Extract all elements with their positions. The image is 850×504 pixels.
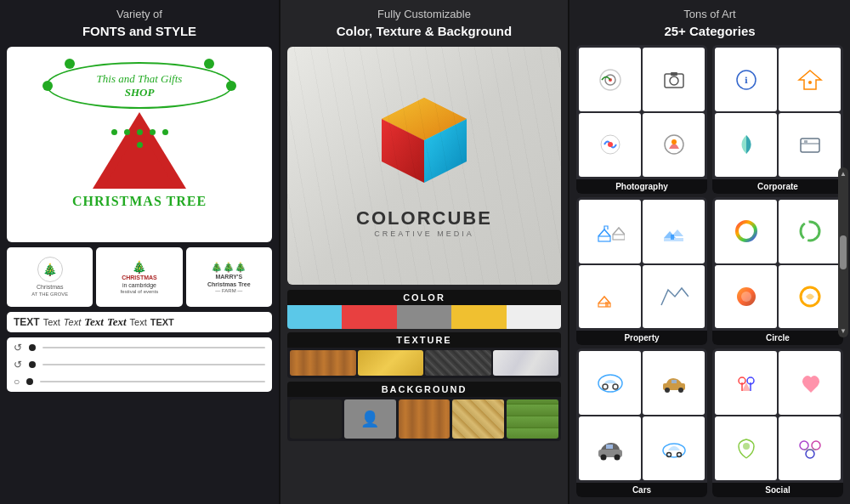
svg-rect-37 [801,139,819,152]
svg-point-32 [666,452,671,456]
circle-icons [712,197,843,331]
cars-icon-1 [579,351,641,415]
tree-dot [150,129,156,135]
svg-rect-17 [671,235,674,240]
tree-dot [137,142,143,148]
tree-dots [110,129,169,148]
tree-dot [162,129,168,135]
svg-point-21 [603,384,608,389]
scrollbar[interactable]: ▲ ▼ [838,167,848,337]
logo1-inner: 🎄 ChristmasAT THE GROVE [28,247,71,307]
cube-wrapper [369,93,479,199]
swatch-white[interactable] [507,305,561,329]
cars-label: Cars [576,483,707,497]
property-icon-4 [643,265,705,329]
brand-name: COLORCUBE [356,207,492,229]
bg-dark[interactable] [290,399,342,439]
svg-point-51 [812,441,820,450]
svg-rect-15 [613,235,625,240]
fonts-preview-box: This and That Gifts SHOP ★ CHRIS [7,47,272,242]
rotate-icon-1: ↺ [14,342,22,354]
cars-icons [576,348,707,483]
texture-fiber[interactable] [425,350,491,376]
text-style-thin: Text [130,317,147,327]
swatch-blue[interactable] [287,305,342,329]
svg-point-29 [614,454,620,460]
slider-row-2: ↺ [14,359,265,371]
tree-dot [137,129,143,135]
photography-label: Photography [576,179,707,194]
cat-column-left: Photography [576,45,707,497]
cat-social[interactable]: Social [712,348,843,497]
cat-column-right: ℹ Corporate [712,45,843,497]
slider-track-3[interactable] [40,381,265,382]
christmas-tree-label: CHRISTMAS TREE [72,194,207,209]
color-label: COLOR [287,290,561,305]
bg-grain[interactable] [452,399,504,439]
svg-rect-9 [671,72,677,76]
color-cube-box: COLORCUBE CREATIVE MEDIA [287,47,561,285]
circle-icon: ○ [14,376,20,388]
texture-marble[interactable] [493,350,559,376]
texture-gold[interactable] [358,350,424,376]
texture-swatches [287,348,561,378]
photo-icon-4 [643,113,705,177]
cars-icon-3 [579,416,641,480]
left-title-line1: Variety of [116,7,162,22]
svg-point-25 [678,388,683,393]
scroll-down-arrow[interactable]: ▼ [840,327,847,335]
cat-photography[interactable]: Photography [576,45,707,194]
swatch-red[interactable] [342,305,396,329]
swatch-gray[interactable] [397,305,451,329]
slider-track-2[interactable] [42,364,265,365]
rotate-icon-2: ↺ [14,359,22,371]
svg-point-43 [741,292,751,302]
right-title-line1: Tons of Art [683,7,735,22]
bg-bamboo[interactable] [507,399,558,439]
svg-point-52 [806,450,814,458]
small-logos-row: 🎄 ChristmasAT THE GROVE 🎄 CHRISTMASin ca… [7,247,272,307]
svg-rect-19 [605,302,609,307]
svg-rect-14 [598,236,610,241]
scrollbar-thumb[interactable] [840,235,847,269]
social-icons [712,348,843,483]
color-swatches[interactable] [287,305,561,329]
scroll-up-arrow[interactable]: ▲ [840,170,847,178]
circle-icon-4 [779,265,841,329]
logo-box-1: 🎄 ChristmasAT THE GROVE [7,247,93,307]
main-container: Variety of FONTS and STYLE This and That… [0,0,850,504]
background-label: BACKGROUND [287,382,561,397]
property-icon-3 [579,265,641,329]
texture-wood[interactable] [290,350,356,376]
svg-point-22 [613,384,618,389]
corporate-icon-1: ℹ [715,48,777,111]
bg-wood2[interactable] [399,399,450,439]
cars-icon-4 [643,416,705,480]
photo-icon-2 [643,48,705,111]
svg-point-41 [801,222,819,241]
cat-cars[interactable]: Cars [576,348,707,497]
svg-rect-30 [606,445,613,449]
slider-row-3: ○ [14,376,265,388]
svg-rect-26 [672,380,677,383]
background-swatches: 👤 [287,397,561,441]
cat-property[interactable]: Property [576,197,707,346]
cat-corporate[interactable]: ℹ Corporate [712,45,843,194]
svg-point-13 [672,139,677,144]
circle-label: Circle [712,331,843,345]
property-icon-1 [579,200,641,263]
photo-icon-3 [579,113,641,177]
tree-dot [124,129,130,135]
left-panel: Variety of FONTS and STYLE This and That… [0,0,280,504]
bg-person[interactable]: 👤 [344,399,396,439]
left-title-line2: FONTS and STYLE [82,22,196,40]
photo-icon-1 [579,48,641,111]
swatch-yellow[interactable] [451,305,506,329]
slider-track-1[interactable] [42,347,265,348]
corporate-icons: ℹ [712,45,843,179]
slider-dot-2 [29,361,36,368]
text-style-script2: Text [107,315,127,329]
middle-title-line2: Color, Texture & Background [337,22,512,40]
cat-circle[interactable]: Circle [712,197,843,346]
logo1-text: ChristmasAT THE GROVE [31,284,68,298]
